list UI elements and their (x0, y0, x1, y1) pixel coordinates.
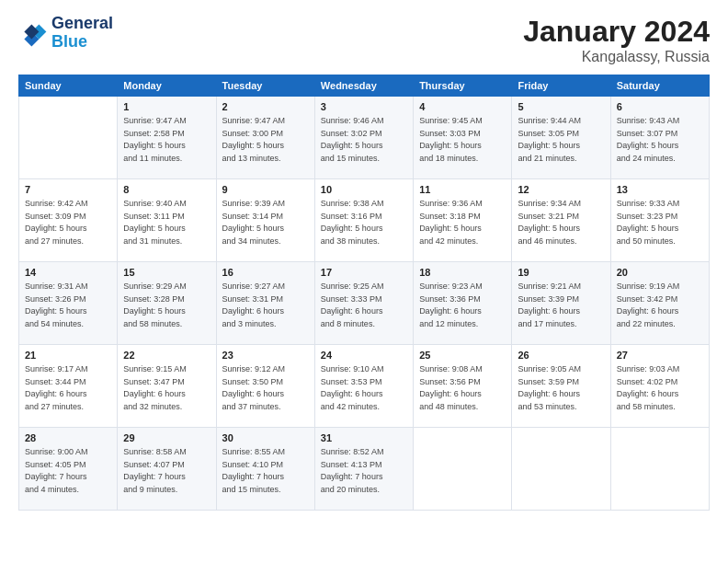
weekday-thursday: Thursday (414, 75, 512, 97)
weekday-saturday: Saturday (610, 75, 709, 97)
header: General Blue January 2024 Kangalassy, Ru… (18, 15, 710, 65)
day-number: 13 (617, 184, 703, 195)
day-info: Sunrise: 9:34 AMSunset: 3:21 PMDaylight:… (518, 198, 604, 247)
day-number: 28 (25, 432, 111, 443)
day-info: Sunrise: 9:45 AMSunset: 3:03 PMDaylight:… (419, 115, 506, 165)
day-info: Sunrise: 8:52 AMSunset: 4:13 PMDaylight:… (321, 446, 407, 496)
day-cell (414, 428, 512, 511)
weekday-tuesday: Tuesday (216, 75, 314, 97)
logo-icon (18, 18, 48, 48)
day-cell: 22Sunrise: 9:15 AMSunset: 3:47 PMDayligh… (118, 345, 216, 428)
week-row-2: 7Sunrise: 9:42 AMSunset: 3:09 PMDaylight… (19, 179, 710, 262)
day-info: Sunrise: 9:21 AMSunset: 3:39 PMDaylight:… (518, 281, 604, 330)
location: Kangalassy, Russia (523, 49, 710, 65)
day-cell: 31Sunrise: 8:52 AMSunset: 4:13 PMDayligh… (314, 428, 413, 511)
day-info: Sunrise: 9:19 AMSunset: 3:42 PMDaylight:… (617, 281, 703, 330)
day-cell (512, 428, 610, 511)
day-info: Sunrise: 9:05 AMSunset: 3:59 PMDaylight:… (518, 363, 604, 413)
day-number: 3 (321, 101, 407, 112)
day-number: 24 (321, 350, 407, 361)
day-number: 9 (222, 184, 309, 195)
day-info: Sunrise: 9:33 AMSunset: 3:23 PMDaylight:… (617, 198, 703, 247)
weekday-header-row: SundayMondayTuesdayWednesdayThursdayFrid… (19, 75, 710, 97)
day-number: 8 (123, 184, 210, 195)
title-block: January 2024 Kangalassy, Russia (523, 15, 710, 65)
logo: General Blue (18, 15, 113, 52)
day-info: Sunrise: 9:47 AMSunset: 3:00 PMDaylight:… (222, 115, 309, 165)
day-number: 22 (123, 350, 210, 361)
weekday-monday: Monday (118, 75, 216, 97)
day-info: Sunrise: 8:55 AMSunset: 4:10 PMDaylight:… (222, 446, 309, 496)
day-cell: 19Sunrise: 9:21 AMSunset: 3:39 PMDayligh… (512, 262, 610, 345)
day-info: Sunrise: 9:10 AMSunset: 3:53 PMDaylight:… (321, 363, 407, 413)
day-cell: 14Sunrise: 9:31 AMSunset: 3:26 PMDayligh… (19, 262, 118, 345)
day-cell: 29Sunrise: 8:58 AMSunset: 4:07 PMDayligh… (118, 428, 216, 511)
day-number: 30 (222, 432, 309, 443)
day-number: 5 (518, 101, 604, 112)
day-cell: 4Sunrise: 9:45 AMSunset: 3:03 PMDaylight… (414, 97, 512, 179)
day-cell: 3Sunrise: 9:46 AMSunset: 3:02 PMDaylight… (314, 97, 413, 179)
day-cell: 13Sunrise: 9:33 AMSunset: 3:23 PMDayligh… (610, 179, 709, 262)
day-number: 25 (419, 350, 506, 361)
day-number: 4 (419, 101, 506, 112)
day-cell: 20Sunrise: 9:19 AMSunset: 3:42 PMDayligh… (610, 262, 709, 345)
day-cell: 2Sunrise: 9:47 AMSunset: 3:00 PMDaylight… (216, 97, 314, 179)
day-cell: 7Sunrise: 9:42 AMSunset: 3:09 PMDaylight… (19, 179, 118, 262)
day-info: Sunrise: 9:27 AMSunset: 3:31 PMDaylight:… (222, 281, 309, 330)
day-info: Sunrise: 9:25 AMSunset: 3:33 PMDaylight:… (321, 281, 407, 330)
day-cell: 27Sunrise: 9:03 AMSunset: 4:02 PMDayligh… (610, 345, 709, 428)
day-info: Sunrise: 8:58 AMSunset: 4:07 PMDaylight:… (123, 446, 210, 496)
day-number: 16 (222, 267, 309, 278)
week-row-3: 14Sunrise: 9:31 AMSunset: 3:26 PMDayligh… (19, 262, 710, 345)
day-cell: 5Sunrise: 9:44 AMSunset: 3:05 PMDaylight… (512, 97, 610, 179)
weekday-wednesday: Wednesday (314, 75, 413, 97)
day-cell: 30Sunrise: 8:55 AMSunset: 4:10 PMDayligh… (216, 428, 314, 511)
day-info: Sunrise: 9:15 AMSunset: 3:47 PMDaylight:… (123, 363, 210, 413)
day-number: 31 (321, 432, 407, 443)
day-cell: 23Sunrise: 9:12 AMSunset: 3:50 PMDayligh… (216, 345, 314, 428)
day-cell: 28Sunrise: 9:00 AMSunset: 4:05 PMDayligh… (19, 428, 118, 511)
day-info: Sunrise: 9:17 AMSunset: 3:44 PMDaylight:… (25, 363, 111, 413)
day-number: 12 (518, 184, 604, 195)
day-cell: 17Sunrise: 9:25 AMSunset: 3:33 PMDayligh… (314, 262, 413, 345)
day-cell: 9Sunrise: 9:39 AMSunset: 3:14 PMDaylight… (216, 179, 314, 262)
day-info: Sunrise: 9:40 AMSunset: 3:11 PMDaylight:… (123, 198, 210, 247)
day-info: Sunrise: 9:08 AMSunset: 3:56 PMDaylight:… (419, 363, 506, 413)
day-number: 29 (123, 432, 210, 443)
logo-general: General (51, 14, 113, 32)
day-cell (610, 428, 709, 511)
day-number: 21 (25, 350, 111, 361)
week-row-5: 28Sunrise: 9:00 AMSunset: 4:05 PMDayligh… (19, 428, 710, 511)
day-info: Sunrise: 9:39 AMSunset: 3:14 PMDaylight:… (222, 198, 309, 247)
day-number: 20 (617, 267, 703, 278)
day-number: 26 (518, 350, 604, 361)
day-number: 15 (123, 267, 210, 278)
day-cell: 10Sunrise: 9:38 AMSunset: 3:16 PMDayligh… (314, 179, 413, 262)
day-number: 1 (123, 101, 210, 112)
day-info: Sunrise: 9:38 AMSunset: 3:16 PMDaylight:… (321, 198, 407, 247)
week-row-1: 1Sunrise: 9:47 AMSunset: 2:58 PMDaylight… (19, 97, 710, 179)
day-cell: 26Sunrise: 9:05 AMSunset: 3:59 PMDayligh… (512, 345, 610, 428)
day-number: 2 (222, 101, 309, 112)
day-number: 6 (617, 101, 703, 112)
day-info: Sunrise: 9:00 AMSunset: 4:05 PMDaylight:… (25, 446, 111, 496)
day-info: Sunrise: 9:36 AMSunset: 3:18 PMDaylight:… (419, 198, 506, 247)
day-cell: 12Sunrise: 9:34 AMSunset: 3:21 PMDayligh… (512, 179, 610, 262)
day-info: Sunrise: 9:42 AMSunset: 3:09 PMDaylight:… (25, 198, 111, 247)
day-number: 27 (617, 350, 703, 361)
day-info: Sunrise: 9:29 AMSunset: 3:28 PMDaylight:… (123, 281, 210, 330)
day-info: Sunrise: 9:43 AMSunset: 3:07 PMDaylight:… (617, 115, 703, 165)
day-info: Sunrise: 9:23 AMSunset: 3:36 PMDaylight:… (419, 281, 506, 330)
day-info: Sunrise: 9:12 AMSunset: 3:50 PMDaylight:… (222, 363, 309, 413)
day-cell: 11Sunrise: 9:36 AMSunset: 3:18 PMDayligh… (414, 179, 512, 262)
day-info: Sunrise: 9:47 AMSunset: 2:58 PMDaylight:… (123, 115, 210, 165)
day-cell: 21Sunrise: 9:17 AMSunset: 3:44 PMDayligh… (19, 345, 118, 428)
day-number: 10 (321, 184, 407, 195)
day-cell: 8Sunrise: 9:40 AMSunset: 3:11 PMDaylight… (118, 179, 216, 262)
day-cell: 25Sunrise: 9:08 AMSunset: 3:56 PMDayligh… (414, 345, 512, 428)
month-title: January 2024 (523, 15, 710, 49)
day-cell (19, 97, 118, 179)
week-row-4: 21Sunrise: 9:17 AMSunset: 3:44 PMDayligh… (19, 345, 710, 428)
day-info: Sunrise: 9:46 AMSunset: 3:02 PMDaylight:… (321, 115, 407, 165)
day-info: Sunrise: 9:03 AMSunset: 4:02 PMDaylight:… (617, 363, 703, 413)
